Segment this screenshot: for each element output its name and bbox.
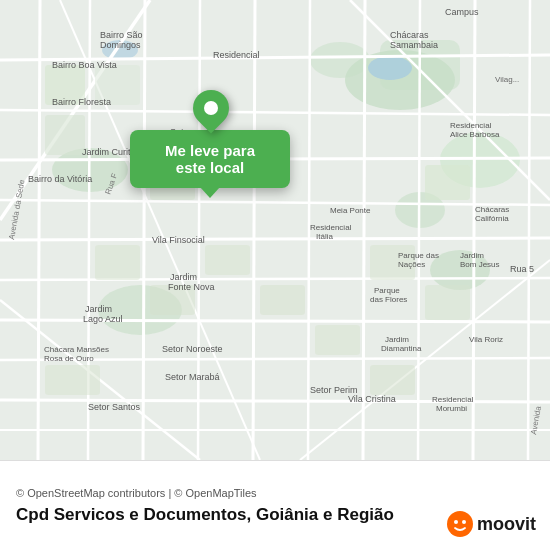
svg-text:Parque das: Parque das xyxy=(398,251,439,260)
moovit-icon xyxy=(446,510,474,538)
svg-text:Alice Barbosa: Alice Barbosa xyxy=(450,130,500,139)
svg-text:Chácaras: Chácaras xyxy=(475,205,509,214)
map-pin xyxy=(193,90,229,126)
svg-line-29 xyxy=(473,0,475,460)
svg-rect-46 xyxy=(45,365,100,395)
svg-text:Califórnia: Califórnia xyxy=(475,214,509,223)
svg-text:Samambaia: Samambaia xyxy=(390,40,438,50)
svg-line-21 xyxy=(38,0,40,460)
svg-text:Vilag...: Vilag... xyxy=(495,75,519,84)
svg-point-9 xyxy=(368,56,412,80)
svg-text:Setor Santos: Setor Santos xyxy=(88,402,141,412)
svg-text:Jardim: Jardim xyxy=(170,272,197,282)
svg-text:Fonte Nova: Fonte Nova xyxy=(168,282,215,292)
svg-text:Meia Ponte: Meia Ponte xyxy=(330,206,371,215)
svg-text:Bairro da Vitória: Bairro da Vitória xyxy=(28,174,92,184)
svg-text:Residencial: Residencial xyxy=(432,395,474,404)
tooltip-text: Me leve para este local xyxy=(165,142,255,176)
map-tooltip[interactable]: Me leve para este local xyxy=(130,130,290,188)
svg-rect-48 xyxy=(425,285,470,320)
svg-text:Residencial: Residencial xyxy=(450,121,492,130)
svg-rect-38 xyxy=(45,115,85,155)
svg-line-23 xyxy=(143,0,145,460)
svg-rect-43 xyxy=(370,365,415,395)
svg-line-27 xyxy=(363,0,365,460)
moovit-logo: moovit xyxy=(446,510,536,538)
svg-text:Setor Noroeste: Setor Noroeste xyxy=(162,344,223,354)
svg-text:Chácaras: Chácaras xyxy=(390,30,429,40)
svg-text:Setor Marabá: Setor Marabá xyxy=(165,372,220,382)
svg-text:Residencial: Residencial xyxy=(213,50,260,60)
attribution-text: © OpenStreetMap contributors | © OpenMap… xyxy=(16,487,534,499)
svg-text:Jardim: Jardim xyxy=(460,251,484,260)
svg-text:Lago Azul: Lago Azul xyxy=(83,314,123,324)
info-bar: © OpenStreetMap contributors | © OpenMap… xyxy=(0,460,550,550)
svg-text:Itália: Itália xyxy=(316,232,333,241)
svg-text:Jardim: Jardim xyxy=(385,335,409,344)
svg-text:Rua 5: Rua 5 xyxy=(510,264,534,274)
svg-text:Diamantina: Diamantina xyxy=(381,344,422,353)
svg-text:Jardim: Jardim xyxy=(85,304,112,314)
svg-text:Vila Cristina: Vila Cristina xyxy=(348,394,396,404)
moovit-brand-text: moovit xyxy=(477,514,536,535)
svg-text:Bom Jesus: Bom Jesus xyxy=(460,260,500,269)
map-container: Bairro São Domingos Bairro Boa Vista Bai… xyxy=(0,0,550,460)
svg-text:Residencial: Residencial xyxy=(310,223,352,232)
svg-line-15 xyxy=(0,238,550,240)
svg-point-97 xyxy=(454,520,458,524)
svg-point-98 xyxy=(462,520,466,524)
svg-text:Nações: Nações xyxy=(398,260,425,269)
svg-rect-41 xyxy=(260,285,305,315)
svg-text:Domingos: Domingos xyxy=(100,40,141,50)
svg-point-8 xyxy=(310,42,370,78)
svg-rect-40 xyxy=(205,245,250,275)
svg-text:Parque: Parque xyxy=(374,286,400,295)
svg-rect-47 xyxy=(425,165,470,200)
svg-text:Bairro Boa Vista: Bairro Boa Vista xyxy=(52,60,117,70)
svg-rect-42 xyxy=(315,325,360,355)
svg-text:Bairro Floresta: Bairro Floresta xyxy=(52,97,111,107)
svg-text:Chácara Mansões: Chácara Mansões xyxy=(44,345,109,354)
svg-line-25 xyxy=(253,0,255,460)
svg-text:Morumbi: Morumbi xyxy=(436,404,467,413)
svg-text:Bairro São: Bairro São xyxy=(100,30,143,40)
svg-text:Campus: Campus xyxy=(445,7,479,17)
svg-text:Vila Finsocial: Vila Finsocial xyxy=(152,235,205,245)
svg-text:das Flores: das Flores xyxy=(370,295,407,304)
svg-text:Rosa de Ouro: Rosa de Ouro xyxy=(44,354,94,363)
svg-rect-44 xyxy=(95,245,140,280)
svg-text:Vila Roriz: Vila Roriz xyxy=(469,335,503,344)
svg-point-96 xyxy=(447,511,473,537)
